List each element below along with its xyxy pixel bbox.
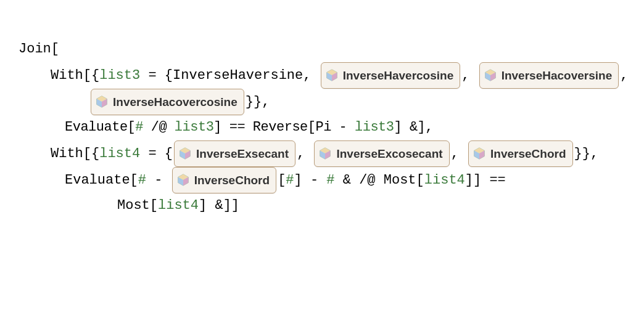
code-line-1: Join[ <box>19 37 625 62</box>
symbol-list3-b: list3 <box>355 120 394 135</box>
slot-hash: # <box>135 120 143 135</box>
resource-icon <box>484 68 497 82</box>
close-all: ] &]] <box>199 198 239 213</box>
comma-trail: , <box>620 68 628 83</box>
map-most: & /@ Most[ <box>335 173 424 188</box>
slot-hash-a: # <box>138 173 146 188</box>
close-braces-2: }}, <box>574 146 599 161</box>
resource-function-inversehacovercosine[interactable]: InverseHacovercosine <box>91 89 244 115</box>
close-braces: }}, <box>246 94 270 110</box>
sep-2: , <box>451 146 467 161</box>
open-bracket: [ <box>278 173 286 188</box>
resource-icon <box>318 147 332 160</box>
slot-hash-c: # <box>326 173 334 188</box>
sep-1: , <box>297 146 313 161</box>
function-join: Join[ <box>19 41 59 57</box>
close-fn: ] &], <box>394 120 434 135</box>
close-eq: ]] == <box>465 173 506 188</box>
minus-1: - <box>146 173 171 188</box>
resource-icon <box>178 147 192 160</box>
resource-function-inversechord[interactable]: InverseChord <box>468 140 572 167</box>
evaluate-open: Evaluate[ <box>65 120 135 135</box>
resource-label: InverseExcosecant <box>336 143 442 164</box>
resource-label: InverseHavercosine <box>343 65 454 86</box>
symbol-list4-a: list4 <box>424 173 465 188</box>
resource-label: InverseChord <box>194 169 270 191</box>
resource-icon <box>176 173 190 187</box>
resource-function-inverseexcosecant[interactable]: InverseExcosecant <box>314 140 449 167</box>
evaluate-open-2: Evaluate[ <box>65 173 138 188</box>
with-open: With[{ <box>51 68 99 83</box>
resource-function-inverseexsecant[interactable]: InverseExsecant <box>174 140 295 167</box>
code-line-4: Evaluate[# /@ list3] == Reverse[Pi - lis… <box>19 115 625 140</box>
resource-label: InverseHacoversine <box>502 65 613 86</box>
resource-function-inversechord-2[interactable]: InverseChord <box>172 167 276 193</box>
resource-label: InverseHacovercosine <box>113 91 237 113</box>
text-mid: = {InverseHaversine, <box>140 68 319 83</box>
symbol-list4: list4 <box>99 146 140 161</box>
resource-icon <box>473 147 486 160</box>
resource-function-inversehavercosine[interactable]: InverseHavercosine <box>321 62 461 89</box>
code-line-2: With[{list3 = {InverseHaversine, Inverse… <box>19 62 625 89</box>
resource-function-inversehacoversine[interactable]: InverseHacoversine <box>479 62 619 89</box>
resource-icon <box>325 68 339 82</box>
code-line-3: InverseHacovercosine}}, <box>19 89 625 115</box>
symbol-list3: list3 <box>99 68 140 83</box>
most-open: Most[ <box>117 198 158 213</box>
slot-hash-b: # <box>286 173 294 188</box>
resource-icon <box>95 95 109 108</box>
map-op: /@ <box>143 120 175 135</box>
code-line-6: Evaluate[# - InverseChord[#] - # & /@ Mo… <box>19 167 625 193</box>
eq-reverse: ] == Reverse[Pi - <box>213 120 355 135</box>
comma: , <box>461 68 477 83</box>
eq-open-brace: = { <box>140 146 173 161</box>
code-line-7: Most[list4] &]] <box>19 193 625 219</box>
symbol-list3-a: list3 <box>175 120 214 135</box>
symbol-list4-b: list4 <box>158 198 199 213</box>
close-minus: ] - <box>294 173 327 188</box>
with-open-2: With[{ <box>51 146 99 161</box>
code-line-5: With[{list4 = {InverseExsecant, InverseE… <box>19 140 625 167</box>
resource-label: InverseChord <box>490 143 566 164</box>
resource-label: InverseExsecant <box>196 143 289 164</box>
